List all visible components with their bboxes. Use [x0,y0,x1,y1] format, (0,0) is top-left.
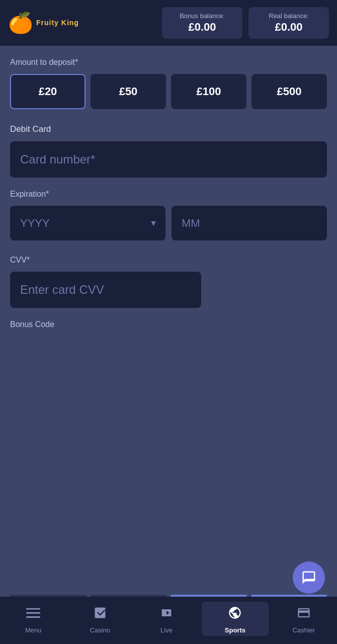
menu-icon [26,606,40,623]
chat-icon [301,570,316,585]
bonus-code-section: Bonus Code [10,320,327,329]
svg-rect-0 [26,608,40,610]
real-balance-amount: £0.00 [258,21,320,34]
bonus-balance-amount: £0.00 [171,21,233,34]
amount-50-button[interactable]: £50 [91,74,166,109]
header: 🍊 Fruity King Bonus balance: £0.00 Real … [0,0,337,46]
casino-icon [93,606,107,623]
card-number-input[interactable] [10,141,327,178]
debit-card-title: Debit Card [10,124,327,134]
cvv-label: CVV* [10,256,327,265]
nav-casino-label: Casino [90,626,110,634]
logo-icon: 🍊 [8,11,33,35]
amount-grid: £20 £50 £100 £500 [10,74,327,109]
cvv-input[interactable] [10,272,201,308]
nav-item-casino[interactable]: Casino [66,602,133,636]
chat-button[interactable] [293,561,325,594]
expiration-row: YYYY 2024 2025 2026 2027 2028 2029 2030 … [10,206,327,240]
real-balance-box: Real balance: £0.00 [248,7,329,39]
bonus-balance-label: Bonus balance: [171,12,233,20]
nav-item-sports[interactable]: Sports [202,602,268,636]
logo-area: 🍊 Fruity King [8,11,156,35]
bottom-nav: Menu Casino Live Sports Cashier [0,597,337,644]
nav-cashier-label: Cashier [292,626,315,634]
svg-rect-2 [26,616,40,618]
deposit-amount-label: Amount to deposit* [10,58,327,67]
nav-menu-label: Menu [25,626,42,634]
cashier-icon [297,606,311,623]
deposit-amount-section: Amount to deposit* £20 £50 £100 £500 [10,58,327,109]
svg-rect-1 [26,612,40,614]
nav-item-menu[interactable]: Menu [0,602,66,636]
amount-500-button[interactable]: £500 [251,74,327,109]
nav-item-cashier[interactable]: Cashier [271,602,337,636]
month-select-wrapper: MM 010203 040506 070809 101112 [172,206,327,240]
amount-100-button[interactable]: £100 [171,74,246,109]
logo-name: Fruity King [36,19,79,27]
year-select-wrapper: YYYY 2024 2025 2026 2027 2028 2029 2030 … [10,206,165,240]
month-select[interactable]: MM 010203 040506 070809 101112 [172,206,327,240]
debit-card-section: Debit Card [10,124,327,178]
nav-item-live[interactable]: Live [133,602,200,636]
year-select[interactable]: YYYY 2024 2025 2026 2027 2028 2029 2030 [10,206,165,240]
bonus-code-label: Bonus Code [10,320,327,329]
amount-20-button[interactable]: £20 [10,74,86,109]
nav-live-label: Live [160,626,173,634]
main-content: Amount to deposit* £20 £50 £100 £500 Deb… [0,46,337,595]
bonus-balance-box: Bonus balance: £0.00 [162,7,242,39]
expiration-label: Expiration* [10,190,327,199]
cvv-section: CVV* [10,256,327,308]
real-balance-label: Real balance: [258,12,320,20]
expiration-section: Expiration* YYYY 2024 2025 2026 2027 202… [10,190,327,240]
sports-icon [228,606,242,623]
live-icon [159,606,174,623]
nav-sports-label: Sports [225,626,245,634]
